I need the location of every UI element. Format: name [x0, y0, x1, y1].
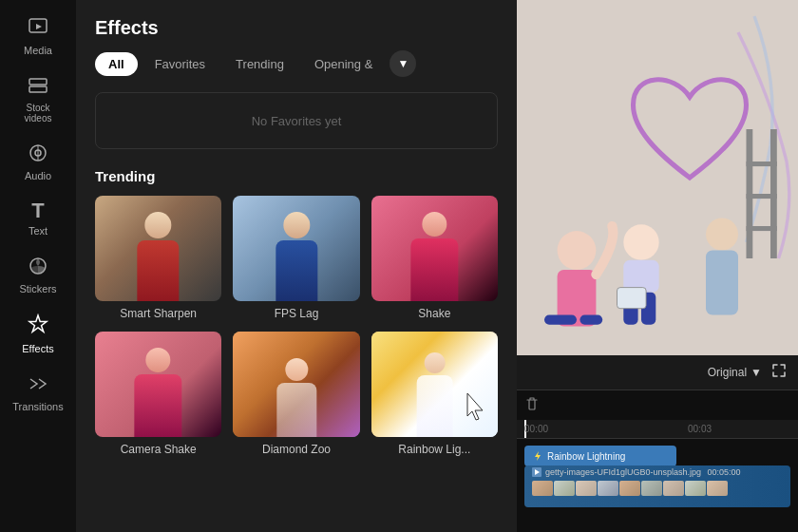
sidebar-item-label-audio: Audio — [25, 170, 51, 181]
sidebar-item-label-media: Media — [24, 45, 52, 56]
effect-name-rainbow-lig: Rainbow Lig... — [398, 443, 470, 456]
effect-smart-sharpen[interactable]: Smart Sharpen — [95, 196, 221, 320]
svg-point-14 — [558, 231, 597, 270]
sidebar-item-label-effects: Effects — [22, 343, 53, 354]
main-video-label: getty-images-UFId1glUGB0-unsplash.jpg 00… — [545, 467, 741, 477]
timecode-03: 00:03 — [688, 424, 712, 434]
tab-trending[interactable]: Trending — [222, 52, 297, 76]
effects-grid-row1: Smart Sharpen FPS Lag — [76, 196, 517, 320]
timeline: 00:00 00:03 Rainbow Lightning getty-imag… — [517, 390, 798, 532]
svg-rect-2 — [29, 79, 47, 85]
svg-rect-3 — [29, 86, 47, 92]
clip-rainbow-lightning[interactable]: Rainbow Lightning — [524, 446, 676, 466]
effect-shake[interactable]: Shake — [371, 196, 498, 320]
effect-diamond-zoo[interactable]: Diamond Zoo — [233, 332, 359, 456]
svg-point-23 — [706, 218, 738, 251]
effect-name-camera-shake: Camera Shake — [121, 443, 197, 456]
no-favorites-message: No Favorites yet — [95, 92, 498, 149]
timeline-tracks: Rainbow Lightning getty-images-UFId1glUG… — [517, 439, 798, 532]
delete-clip-button[interactable] — [524, 396, 540, 414]
svg-rect-11 — [747, 162, 777, 166]
expand-button[interactable] — [771, 363, 787, 382]
effect-name-smart-sharpen: Smart Sharpen — [120, 307, 197, 320]
text-icon: T — [31, 200, 44, 221]
effects-title: Effects — [76, 0, 517, 50]
sidebar-item-label-stickers: Stickers — [19, 283, 56, 294]
stock-videos-icon — [28, 75, 48, 99]
svg-point-18 — [623, 224, 658, 259]
effects-grid-row2: Camera Shake Diamond Zoo — [76, 332, 517, 467]
media-icon — [28, 17, 48, 41]
timecode-start: 00:00 — [524, 424, 548, 434]
effect-thumb-camera-shake — [95, 332, 221, 437]
tab-all[interactable]: All — [95, 52, 138, 76]
svg-rect-17 — [580, 315, 602, 325]
sidebar-item-label-transitions: Transitions — [12, 401, 63, 412]
effect-name-diamond-zoo: Diamond Zoo — [262, 443, 331, 456]
clip-label-rainbow: Rainbow Lightning — [547, 451, 625, 462]
tab-favorites[interactable]: Favorites — [142, 52, 218, 76]
original-label: Original — [708, 366, 747, 379]
chevron-down-icon: ▼ — [750, 366, 762, 379]
effect-fps-lag[interactable]: FPS Lag — [233, 196, 359, 320]
tab-more-dropdown[interactable]: ▼ — [390, 50, 416, 77]
chevron-down-icon: ▼ — [397, 57, 408, 70]
effect-rainbow-lig[interactable]: Rainbow Lig... — [371, 332, 498, 456]
cursor-pointer — [464, 391, 490, 429]
sidebar-item-label-stock: Stock videos — [25, 103, 52, 124]
transitions-icon — [28, 373, 48, 397]
sidebar-item-transitions[interactable]: Transitions — [0, 364, 76, 422]
effect-camera-shake[interactable]: Camera Shake — [95, 332, 221, 456]
effect-thumb-diamond-zoo — [233, 332, 359, 437]
film-strip — [532, 481, 783, 496]
stickers-icon — [28, 256, 48, 279]
tab-opening[interactable]: Opening & — [301, 52, 386, 76]
sidebar-item-stickers[interactable]: Stickers — [0, 246, 76, 304]
svg-marker-25 — [535, 451, 541, 461]
effects-star-icon — [27, 314, 49, 339]
sidebar: Media Stock videos Audio T Text — [0, 0, 76, 532]
svg-marker-1 — [36, 24, 42, 29]
trending-section-label: Trending — [76, 168, 517, 196]
svg-rect-22 — [618, 288, 647, 309]
timeline-toolbar — [517, 390, 798, 420]
svg-rect-24 — [706, 251, 738, 315]
sidebar-item-stock-videos[interactable]: Stock videos — [0, 66, 76, 133]
effect-thumb-shake — [371, 196, 498, 301]
svg-rect-13 — [747, 226, 777, 231]
sidebar-item-effects[interactable]: Effects — [0, 304, 76, 364]
filter-tabs: All Favorites Trending Opening & ▼ — [76, 50, 517, 92]
svg-rect-16 — [544, 315, 577, 325]
right-panel: Original ▼ 00:00 00:03 — [517, 0, 798, 532]
preview-image — [517, 0, 798, 355]
sidebar-item-media[interactable]: Media — [0, 8, 76, 66]
preview-controls: Original ▼ — [517, 355, 798, 390]
original-dropdown[interactable]: Original ▼ — [708, 366, 762, 379]
sidebar-item-audio[interactable]: Audio — [0, 133, 76, 191]
effect-thumb-smart-sharpen — [95, 196, 221, 301]
audio-icon — [28, 142, 48, 166]
clip-main-video[interactable]: getty-images-UFId1glUGB0-unsplash.jpg 00… — [524, 466, 790, 507]
sidebar-item-label-text: Text — [28, 225, 48, 237]
effect-thumb-fps-lag — [233, 196, 359, 301]
effect-name-shake: Shake — [418, 307, 450, 320]
sidebar-item-text[interactable]: T Text — [0, 191, 76, 246]
svg-rect-12 — [747, 194, 777, 199]
effects-scrollable-content: No Favorites yet Trending Smart Sharpen — [76, 92, 517, 532]
effect-name-fps-lag: FPS Lag — [275, 307, 319, 320]
effects-panel: Effects All Favorites Trending Opening &… — [76, 0, 517, 532]
track-main-video: getty-images-UFId1glUGB0-unsplash.jpg 00… — [524, 473, 790, 500]
timeline-ruler: 00:00 00:03 — [517, 420, 798, 439]
preview-area — [517, 0, 798, 355]
effect-thumb-rainbow-lig — [371, 332, 498, 437]
